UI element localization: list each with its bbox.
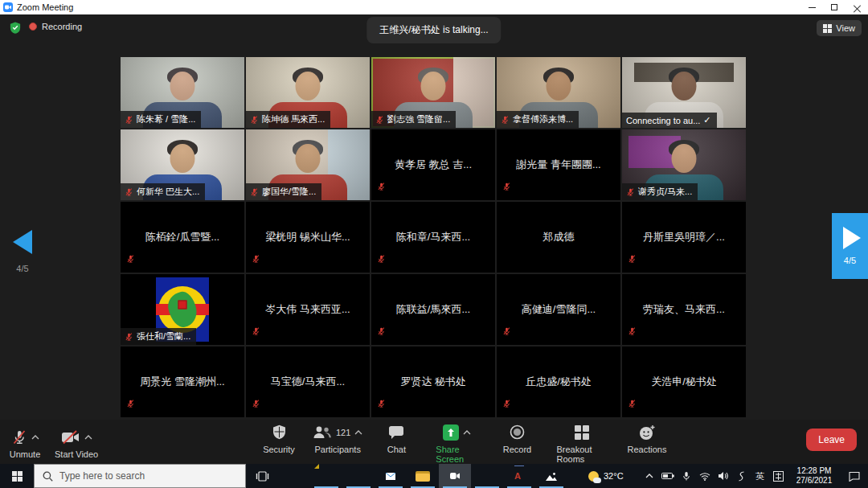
start-video-label: Start Video — [55, 449, 98, 459]
reactions-button[interactable]: Reactions — [628, 420, 665, 464]
grid-view-icon — [823, 24, 832, 33]
unmute-button[interactable]: Unmute — [6, 425, 43, 459]
taskbar-search[interactable]: Type here to search — [34, 464, 246, 488]
mic-status — [377, 252, 386, 267]
taskbar-clock[interactable]: 12:28 PM 27/6/2021 — [788, 466, 841, 486]
previous-page-button[interactable]: 4/5 — [8, 230, 37, 273]
muted-mic-icon — [377, 182, 386, 191]
wifi-icon[interactable] — [695, 464, 714, 488]
window-title: Zoom Meeting — [17, 2, 73, 12]
participant-tile[interactable]: 陈朱莃 / 雪隆... — [121, 57, 244, 128]
leave-button[interactable]: Leave — [806, 429, 857, 451]
taskbar-weather[interactable]: 32°C — [579, 464, 633, 488]
participants-button[interactable]: 121 Participants — [318, 420, 357, 464]
muted-mic-icon — [250, 187, 259, 197]
participant-name: 陈联益/馬來西... — [371, 274, 495, 345]
mic-status — [628, 397, 637, 412]
battery-icon[interactable] — [658, 464, 677, 488]
participant-name-tag: 谢秀贞/马来... — [622, 183, 698, 200]
muted-mic-icon — [377, 399, 386, 408]
mic-status — [126, 397, 135, 412]
participant-tile[interactable]: 廖国华/雪隆... — [246, 129, 370, 200]
muted-mic-icon — [377, 254, 386, 264]
participant-tile[interactable]: 劳瑞友、马来西... — [622, 274, 746, 345]
muted-mic-icon — [252, 399, 260, 408]
participant-tile[interactable]: 罗贤达 秘书处 — [371, 347, 495, 417]
encryption-shield-icon[interactable] — [10, 22, 21, 37]
wordpad-icon: A — [512, 469, 526, 483]
volume-icon[interactable] — [714, 464, 732, 488]
participant-tile[interactable]: 岑大伟 马来西亚... — [246, 274, 370, 345]
participant-tile[interactable]: 陈联益/馬來西... — [371, 274, 495, 345]
firefox-icon — [351, 469, 366, 483]
view-button[interactable]: View — [817, 20, 862, 36]
participant-tile[interactable]: 马宝德/马来西... — [246, 347, 370, 417]
minimize-button[interactable] — [800, 0, 823, 14]
participant-tile[interactable]: 梁桄明 锡米山华... — [246, 202, 370, 273]
start-video-button[interactable]: Start Video — [55, 425, 98, 459]
close-button[interactable] — [845, 0, 868, 14]
taskbar-app-file-explorer[interactable] — [407, 464, 439, 488]
taskbar-app-wordpad[interactable]: A — [503, 464, 535, 488]
page-indicator: 4/5 — [844, 256, 856, 265]
participant-tile[interactable]: 張仕和/雪蘭... — [121, 274, 244, 345]
taskbar-app-firefox[interactable] — [342, 464, 375, 488]
participant-tile[interactable]: 高健迪/雪隆同... — [497, 274, 620, 345]
participant-tile[interactable]: 陈栢銓/瓜雪暨... — [121, 202, 244, 273]
participant-name: 陈朱莃 / 雪隆... — [137, 113, 195, 125]
participant-tile[interactable]: 劉志強 雪隆留... — [371, 57, 495, 128]
action-center-button[interactable] — [841, 471, 868, 482]
view-label: View — [836, 23, 855, 33]
taskbar-app-mail[interactable] — [375, 464, 407, 488]
chevron-right-icon — [843, 227, 861, 249]
shield-icon — [272, 424, 286, 440]
tray-chevron-up-icon[interactable] — [640, 464, 658, 488]
chevron-up-icon[interactable] — [463, 430, 471, 435]
participant-tile[interactable]: 谢秀贞/马来... — [622, 129, 746, 200]
taskbar-app-sticky-notes[interactable] — [310, 464, 342, 488]
participant-tile[interactable]: 黄孝居 教总 吉... — [371, 129, 495, 200]
participant-tile[interactable]: 关浩申/秘书处 — [622, 347, 746, 417]
ime-icon[interactable] — [769, 464, 788, 488]
chevron-up-icon[interactable] — [84, 435, 92, 440]
taskbar-app-office[interactable] — [278, 464, 310, 488]
participant-tile[interactable]: Connecting to au...✓ — [622, 57, 746, 128]
participant-name-tag: 張仕和/雪蘭... — [121, 328, 196, 345]
record-button[interactable]: Record — [498, 420, 535, 464]
language-indicator[interactable]: 英 — [751, 464, 769, 488]
chevron-up-icon[interactable] — [354, 430, 362, 435]
breakout-rooms-button[interactable]: Breakout Rooms — [556, 420, 608, 464]
task-view-button[interactable] — [246, 464, 278, 488]
share-screen-button[interactable]: Share Screen — [436, 420, 477, 464]
recording-indicator[interactable]: Recording — [29, 22, 82, 31]
chat-button[interactable]: Chat — [378, 420, 415, 464]
participant-tile[interactable]: 陈和章/马来西... — [371, 202, 495, 273]
pen-icon[interactable] — [732, 464, 751, 488]
participant-name: 关浩申/秘书处 — [622, 347, 746, 417]
participant-tile[interactable]: 丘忠盛/秘书处 — [497, 347, 620, 417]
next-page-button[interactable]: 4/5 — [832, 213, 868, 279]
participant-tile[interactable]: 陈坤德 馬來西... — [246, 57, 370, 128]
breakout-rooms-icon — [575, 425, 589, 440]
security-button[interactable]: Security — [260, 420, 297, 464]
mic-tray-icon[interactable] — [677, 464, 695, 488]
maximize-button[interactable] — [823, 0, 845, 14]
zoom-window: Zoom Meeting Recording 王维兴/秘书处 is talkin… — [0, 0, 868, 488]
taskbar-app-photos[interactable] — [535, 464, 567, 488]
participant-tile[interactable]: 丹斯里吳明璋／... — [622, 202, 746, 273]
participant-name: 岑大伟 马来西亚... — [246, 274, 370, 345]
participant-tile[interactable]: 何新华 巴生大... — [121, 129, 244, 200]
taskbar-app-zoom[interactable] — [439, 464, 471, 488]
mic-status — [252, 252, 260, 267]
participant-tile[interactable]: 郑成德 — [497, 202, 620, 273]
participant-tile[interactable]: 拿督傅添来博... — [497, 57, 620, 128]
start-button[interactable] — [0, 464, 34, 488]
meeting-top-bar: Recording 王维兴/秘书处 is talking... View — [0, 14, 868, 43]
search-icon — [43, 471, 53, 482]
taskbar-app-edge[interactable] — [471, 464, 503, 488]
page-indicator: 4/5 — [8, 264, 37, 273]
chevron-up-icon[interactable] — [31, 435, 39, 440]
participant-tile[interactable]: 謝光量 青年團團... — [497, 129, 620, 200]
participant-tile[interactable]: 周景光 雪隆潮州... — [121, 347, 244, 417]
participant-name-tag: 何新华 巴生大... — [121, 183, 205, 200]
